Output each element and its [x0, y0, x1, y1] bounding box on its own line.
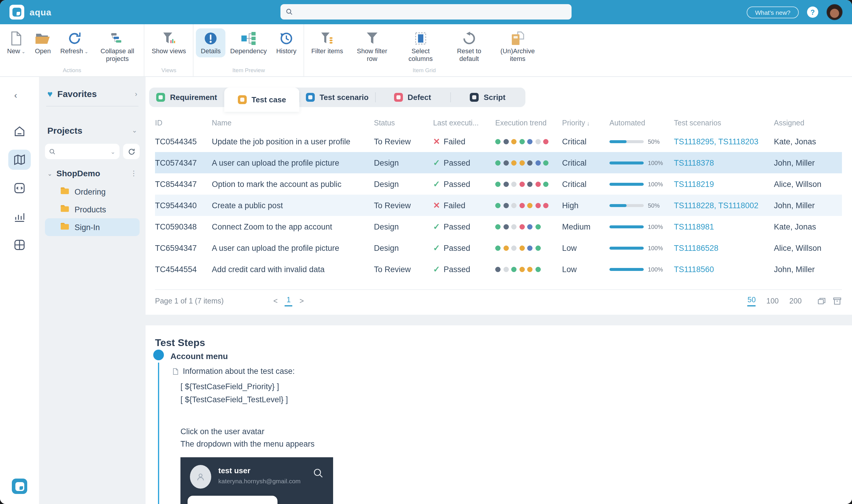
select-columns-icon [414, 31, 428, 46]
test-case-row-TC8544347[interactable]: TC8544347Option to mark the account as p… [155, 173, 842, 195]
cell-execution-trend [495, 139, 562, 144]
column-header-automated[interactable]: Automated [610, 119, 674, 127]
chevron-down-icon[interactable]: ⌄ [110, 148, 115, 155]
test-case-row-TC6594347[interactable]: TC6594347A user can upload the profile p… [155, 237, 842, 258]
show-filter-row-button[interactable]: Show filter row [348, 29, 396, 65]
kebab-menu-icon[interactable]: ⋮ [130, 169, 137, 178]
trend-dot [503, 203, 509, 208]
aqua-logo: aqua [10, 5, 52, 19]
rail-item-reports-chart[interactable] [8, 206, 31, 227]
rail-item-home[interactable] [8, 121, 31, 141]
project-refresh-button[interactable] [123, 144, 140, 159]
rail-item-grid-view[interactable] [8, 235, 31, 255]
test-scenario-link[interactable]: TS1118378 [674, 158, 714, 167]
collapse-sidebar-icon[interactable]: ‹ [14, 90, 17, 100]
automation-progress-bar [610, 140, 644, 143]
project-search-input[interactable]: ⌄ [45, 144, 120, 159]
copy-pages-icon[interactable] [817, 296, 827, 306]
toolbar-button-label: (Un)Archive items [498, 47, 537, 63]
next-page-icon[interactable]: > [300, 297, 304, 305]
test-scenario-link[interactable]: TS1118981 [674, 222, 714, 231]
collapse-all-projects-button[interactable]: Collapse all projects [93, 29, 142, 65]
tab-test-case[interactable]: Test case [224, 88, 300, 112]
passed-icon: ✓ [433, 179, 440, 189]
test-scenario-link[interactable]: TS1118295, TS1118203 [674, 137, 759, 146]
trend-dot [495, 203, 501, 208]
test-case-row-TC0590348[interactable]: TC0590348Connect Zoom to the app account… [155, 216, 842, 237]
rail-item-scripts[interactable] [8, 178, 31, 198]
trend-dot [511, 181, 516, 187]
cell-automated: 100% [610, 245, 674, 251]
reset-to-default-button[interactable]: Reset to default [445, 29, 493, 65]
cell-assigned: Kate, Jonas [774, 137, 842, 146]
prev-page-icon[interactable]: < [273, 297, 278, 305]
cell-priority: High [562, 201, 610, 210]
favorites-section[interactable]: ♥ Favorites › [45, 89, 140, 99]
column-header-last-executi-[interactable]: Last executi... [433, 119, 495, 127]
folder-item-ordering[interactable]: Ordering [45, 183, 140, 200]
step-variable-line: [ ${TestCaseField_TestLevel} ] [180, 395, 288, 404]
column-header-status[interactable]: Status [374, 119, 433, 127]
rail-item-projects-map[interactable] [8, 150, 31, 170]
chevron-down-icon[interactable]: ⌄ [47, 170, 52, 177]
refresh-button[interactable]: Refresh ⌄ [56, 29, 93, 57]
test-scenario-link[interactable]: TS1118228, TS1118002 [674, 201, 759, 210]
test-scenario-link[interactable]: TS1118219 [674, 180, 714, 188]
dependency-button[interactable]: Dependency [225, 29, 272, 57]
project-node-shopdemo[interactable]: ⌄ ShopDemo ⋮ [45, 168, 140, 178]
tab-script[interactable]: Script [450, 88, 525, 107]
projects-section-header[interactable]: Projects ⌄ [45, 125, 140, 136]
select-columns-button[interactable]: Select columns [396, 29, 445, 65]
details-button[interactable]: Details [196, 29, 225, 57]
page-size-100[interactable]: 100 [766, 297, 779, 305]
folder-label: Sign-In [75, 223, 100, 232]
test-case-row-TC4544554[interactable]: TC4544554Add credit card with invalid da… [155, 258, 842, 280]
folder-item-products[interactable]: Products [45, 200, 140, 218]
column-header-execution-trend[interactable]: Execution trend [495, 119, 562, 127]
step-bullet[interactable] [153, 349, 164, 360]
tab-test-scenario[interactable]: Test scenario [300, 88, 375, 107]
test-scenario-link[interactable]: TS1118560 [674, 265, 714, 274]
column-header-test-scenarios[interactable]: Test scenarios [674, 119, 774, 127]
cell-execution-trend [495, 203, 562, 208]
filter-items-button[interactable]: Filter items [307, 29, 348, 57]
column-header-id[interactable]: ID [155, 119, 212, 127]
trend-dot [535, 160, 541, 165]
trend-dot [495, 245, 501, 251]
cell-priority: Low [562, 265, 610, 274]
test-case-row-TC0544345[interactable]: TC0544345Update the job position in a us… [155, 131, 842, 152]
page-size-50[interactable]: 50 [747, 296, 756, 306]
whats-new-button[interactable]: What's new? [747, 6, 799, 18]
column-header-name[interactable]: Name [212, 119, 374, 127]
current-page[interactable]: 1 [285, 296, 293, 306]
open-button[interactable]: Open [30, 29, 56, 57]
show-views-button[interactable]: Show views [147, 29, 191, 57]
aqua-logo-icon [10, 5, 24, 19]
page-size-200[interactable]: 200 [789, 297, 802, 305]
new-button[interactable]: New ⌄ [2, 29, 30, 57]
test-case-row-TC9544340[interactable]: TC9544340Create a public postTo Review✕F… [155, 195, 842, 216]
test-scenario-link[interactable]: TS11186528 [674, 244, 719, 252]
test-case-row-TC0574347[interactable]: TC0574347A user can upload the profile p… [155, 152, 842, 173]
trend-dot [511, 139, 516, 144]
help-icon[interactable]: ? [807, 6, 818, 18]
folder-item-sign-in[interactable]: Sign-In [45, 218, 140, 236]
chevron-right-icon[interactable]: › [135, 90, 137, 98]
automation-percent-label: 100% [648, 245, 663, 251]
execution-result-label: Passed [443, 265, 470, 274]
column-header-assigned[interactable]: Assigned [774, 119, 842, 127]
tab-defect[interactable]: Defect [375, 88, 450, 107]
column-header-priority[interactable]: Priority ↓ [562, 119, 610, 127]
trend-dot [535, 181, 541, 187]
tab-requirement[interactable]: Requirement [149, 88, 224, 107]
cell-automated: 50% [610, 138, 674, 145]
global-search-input[interactable] [280, 4, 572, 19]
screenshot-search-icon [313, 468, 324, 481]
folder-label: Ordering [75, 187, 106, 196]
archive-box-icon[interactable] [833, 296, 842, 306]
chevron-down-icon[interactable]: ⌄ [132, 127, 137, 134]
history-button[interactable]: History [272, 29, 301, 57]
cell-priority: Low [562, 244, 610, 252]
user-avatar[interactable] [827, 4, 842, 20]
un-archive-items-button[interactable]: (Un)Archive items [493, 29, 542, 65]
